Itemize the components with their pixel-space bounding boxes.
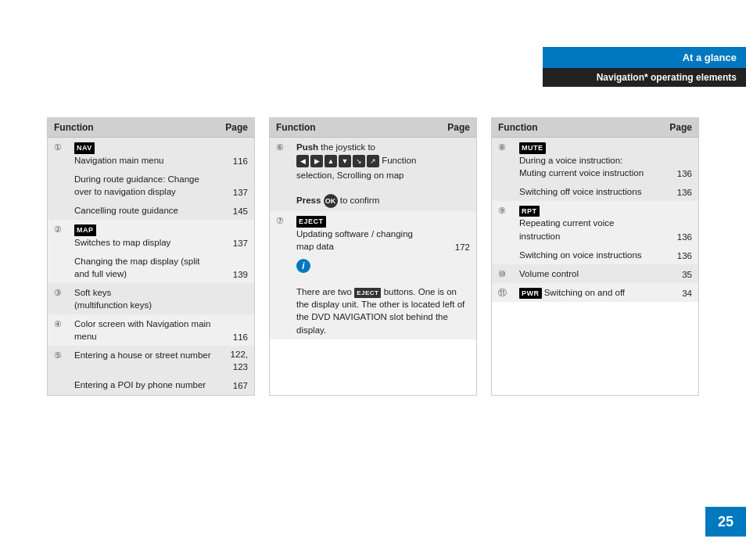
page-num: 136 (663, 138, 698, 182)
table-row: ② MAP Switches to map display 137 (48, 220, 254, 252)
eject-text: Updating software / changing map data (296, 229, 413, 251)
row-num (48, 170, 68, 201)
page-num: 136 (663, 201, 698, 246)
row-num: ⑪ (492, 283, 513, 303)
info-icon: i (296, 259, 310, 273)
nav-operating-label: Navigation* operating elements (543, 68, 746, 87)
page-num: 145 (219, 201, 254, 220)
page-num: 116 (219, 138, 254, 170)
map-item1: Switches to map display (74, 238, 170, 247)
function-cell: i There are two EJECT buttons. One is on… (290, 256, 476, 339)
header-bar: At a glance Navigation* operating elemen… (543, 47, 746, 87)
pwr-text: Switching on and off (544, 288, 625, 297)
table-row: i There are two EJECT buttons. One is on… (270, 256, 476, 339)
page-num: 34 (663, 283, 698, 303)
page-num: 136 (663, 182, 698, 201)
function-cell: Changing the map display (split and full… (68, 252, 219, 283)
table-row: ⑧ MUTE During a voice instruction: Mutin… (492, 138, 698, 182)
nav-badge: NAV (74, 142, 95, 154)
mute-badge: MUTE (519, 142, 546, 154)
function-cell: Cancelling route guidance (68, 201, 219, 220)
confirm-text: to confirm (340, 196, 380, 205)
page-num (434, 138, 476, 212)
page-num: 35 (663, 264, 698, 283)
row-num: ① (48, 138, 68, 170)
row-num: ③ (48, 283, 68, 314)
table-row: Switching on voice instructions 136 (492, 246, 698, 264)
table2-function-header: Function (270, 118, 434, 138)
function-cell: MAP Switches to map display (68, 220, 219, 252)
press-text: Press (296, 196, 321, 205)
row-num (492, 246, 513, 264)
table1: Function Page ① NAV Navigation main menu… (47, 117, 255, 396)
page-num: 167 (219, 375, 254, 394)
page-num: 172 (434, 211, 476, 256)
row-num: ② (48, 220, 68, 252)
at-a-glance-label: At a glance (543, 47, 746, 68)
row-num: ⑩ (492, 264, 513, 283)
function-cell: Soft keys(multifunction keys) (68, 283, 219, 314)
table-row: ⑦ EJECT Updating software / changing map… (270, 211, 476, 256)
ok-badge: OK (324, 194, 338, 208)
tables-container: Function Page ① NAV Navigation main menu… (47, 117, 699, 396)
table2-page-header: Page (434, 118, 476, 138)
function-cell: Volume control (513, 264, 663, 283)
row-num: ⑦ (270, 211, 290, 256)
table3-page-header: Page (663, 118, 698, 138)
function-cell: Switching on voice instructions (513, 246, 663, 264)
row-num (270, 256, 290, 339)
row-num: ⑨ (492, 201, 513, 246)
function-cell: Entering a house or street number (68, 346, 219, 375)
table-row: ⑩ Volume control 35 (492, 264, 698, 283)
page-number: 25 (705, 507, 746, 537)
page-num: 136 (663, 246, 698, 264)
table-row: ⑨ RPT Repeating current voice instructio… (492, 201, 698, 246)
table-row: During route guidance: Change over to na… (48, 170, 254, 201)
joystick-arrows: ◀ ▶ ▲ ▼ ↘ ↗ (296, 155, 379, 167)
right-arrow-icon: ▶ (310, 155, 323, 167)
table3: Function Page ⑧ MUTE During a voice inst… (491, 117, 699, 396)
page-num: 122,123 (219, 346, 254, 375)
table-row: ③ Soft keys(multifunction keys) (48, 283, 254, 314)
function-cell: Color screen with Navigation main menu (68, 314, 219, 346)
table-row: Switching off voice instructions 136 (492, 182, 698, 201)
left-arrow-icon: ◀ (296, 155, 309, 167)
eject-inline: EJECT (354, 288, 381, 298)
page-num: 139 (219, 252, 254, 283)
page-num: 137 (219, 220, 254, 252)
page-num (219, 283, 254, 314)
row-num (48, 252, 68, 283)
table3-function-header: Function (492, 118, 663, 138)
function-cell: PWR Switching on and off (513, 283, 663, 303)
table1-page-header: Page (219, 118, 254, 138)
row-num: ④ (48, 314, 68, 346)
table-row: ④ Color screen with Navigation main menu… (48, 314, 254, 346)
pwr-badge: PWR (519, 288, 542, 300)
function-cell: Push the joystick to ◀ ▶ ▲ ▼ ↘ ↗ Functio… (290, 138, 434, 212)
muting-text: Muting current voice instruction (519, 168, 644, 178)
down-arrow-icon: ▼ (339, 155, 351, 167)
function-cell: EJECT Updating software / changing map d… (290, 211, 434, 256)
row-num (48, 375, 68, 394)
function-cell: Switching off voice instructions (513, 182, 663, 201)
row-num (492, 182, 513, 201)
diag2-arrow-icon: ↗ (367, 155, 379, 167)
row-num: ⑧ (492, 138, 513, 182)
table2: Function Page ⑥ Push the joystick to ◀ ▶… (269, 117, 477, 396)
diag-arrow-icon: ↘ (353, 155, 365, 167)
function-cell: During route guidance: Change over to na… (68, 170, 219, 201)
page-num: 137 (219, 170, 254, 201)
table-row: ⑥ Push the joystick to ◀ ▶ ▲ ▼ ↘ ↗ Funct… (270, 138, 476, 212)
map-badge: MAP (74, 224, 96, 236)
page-num: 116 (219, 314, 254, 346)
row-num: ⑥ (270, 138, 290, 212)
function-cell: NAV Navigation main menu (68, 138, 219, 170)
table-row: Entering a POI by phone number 167 (48, 375, 254, 394)
eject-badge: EJECT (296, 216, 326, 228)
table-row: ⑪ PWR Switching on and off 34 (492, 283, 698, 303)
table-row: ⑤ Entering a house or street number 122,… (48, 346, 254, 375)
function-cell: MUTE During a voice instruction: Muting … (513, 138, 663, 182)
function-cell: Entering a POI by phone number (68, 375, 219, 394)
function-cell: RPT Repeating current voice instruction (513, 201, 663, 246)
rpt-badge: RPT (519, 206, 540, 217)
